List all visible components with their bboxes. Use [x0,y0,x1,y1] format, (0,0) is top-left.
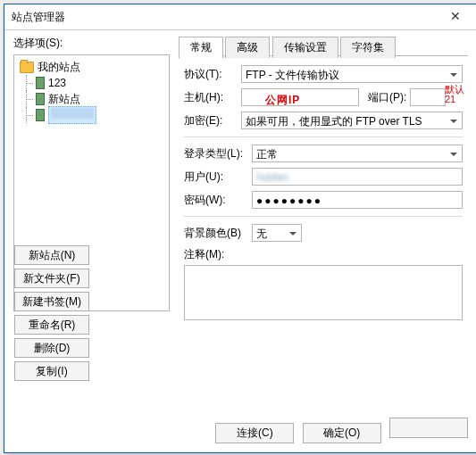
encryption-label: 加密(E): [184,113,241,128]
copy-button[interactable]: 复制(I) [14,361,89,381]
divider [184,216,463,217]
protocol-label: 协议(T): [184,67,241,82]
cancel-button[interactable] [389,418,468,438]
connect-button[interactable]: 连接(C) [215,423,294,443]
encryption-select[interactable]: 如果可用，使用显式的 FTP over TLS [241,112,463,129]
new-folder-button[interactable]: 新文件夹(F) [14,269,89,288]
password-input[interactable]: ●●●●●●●● [252,191,463,209]
tree-item[interactable]: 新站点 [16,91,167,107]
tab-general[interactable]: 常规 [179,37,223,59]
window-title: 站点管理器 [12,4,65,29]
rename-button[interactable]: 重命名(R) [14,315,89,335]
close-icon[interactable]: ✕ [441,8,470,26]
delete-button[interactable]: 删除(D) [14,338,89,358]
tree-item-selected[interactable] [16,107,167,123]
bgcolor-label: 背景颜色(B) [184,226,252,241]
password-label: 密码(W): [184,193,252,208]
tree-item-label-blurred [51,108,94,119]
ok-button[interactable]: 确定(O) [303,423,381,443]
port-annotation: 默认21 [445,85,464,104]
new-site-button[interactable]: 新站点(N) [14,245,89,265]
comment-label: 注释(M): [184,247,463,262]
port-label: 端口(P): [368,90,406,105]
protocol-select[interactable]: FTP - 文件传输协议 [241,65,463,83]
tab-bar: 常规 高级 传输设置 字符集 [179,36,468,56]
host-label: 主机(H): [184,90,241,105]
host-overlay: 公网IP [265,91,300,109]
site-manager-window: 站点管理器 ✕ 选择项(S): 我的站点 123 新站点 [4,4,476,453]
user-input[interactable]: hidden [252,168,463,186]
tree-item-label: 新站点 [48,91,80,107]
user-label: 用户(U): [184,170,252,185]
logon-type-label: 登录类型(L): [184,146,252,161]
titlebar: 站点管理器 ✕ [4,4,476,30]
site-buttons: 新站点(N) 新文件夹(F) 新建书签(M) 重命名(R) 删除(D) 复制(I… [13,244,170,383]
tree-item[interactable]: 123 [16,75,167,91]
tab-advanced[interactable]: 高级 [225,37,270,58]
comment-textarea[interactable] [184,265,463,320]
tab-general-page: 协议(T): FTP - 文件传输协议 主机(H): 公网IP 端口(P): 默… [179,56,468,320]
tab-charset[interactable]: 字符集 [340,37,396,58]
server-icon [36,93,45,105]
select-entry-label: 选择项(S): [13,36,170,51]
server-icon [36,109,45,121]
divider [184,136,463,137]
port-input[interactable] [410,88,446,106]
new-bookmark-button[interactable]: 新建书签(M) [14,292,89,311]
server-icon [36,77,45,89]
dialog-footer: 连接(C) 确定(O) [210,418,468,443]
right-pane: 常规 高级 传输设置 字符集 协议(T): FTP - 文件传输协议 主机(H)… [179,36,468,411]
bgcolor-select[interactable]: 无 [252,224,302,242]
tree-item-label: 123 [48,75,66,91]
host-input[interactable]: 公网IP [241,88,359,106]
tree-root-label: 我的站点 [38,59,80,75]
tab-transfer[interactable]: 传输设置 [272,37,338,58]
tree-root[interactable]: 我的站点 [16,59,167,75]
logon-type-select[interactable]: 正常 [252,145,463,162]
folder-icon [20,62,34,73]
left-pane: 选择项(S): 我的站点 123 新站点 [13,36,170,383]
